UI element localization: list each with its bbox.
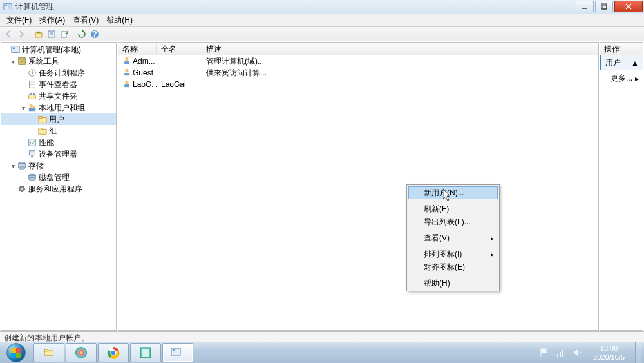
- svg-rect-60: [562, 350, 564, 357]
- up-level-button[interactable]: [33, 28, 44, 40]
- menu-action[interactable]: 操作(A): [35, 14, 69, 27]
- list-row[interactable]: Guest供来宾访问计算...: [118, 67, 598, 79]
- actions-group-user[interactable]: 用户 ▲: [600, 55, 643, 70]
- menu-view[interactable]: 查看(V): [69, 14, 102, 27]
- tree-node[interactable]: 任务计划程序: [1, 67, 116, 79]
- ctx-item[interactable]: 帮助(H): [408, 277, 498, 289]
- tray-flag-icon[interactable]: [539, 348, 549, 358]
- svg-rect-29: [39, 117, 42, 119]
- taskbar-clock[interactable]: 13:08 2020/10/5: [589, 344, 629, 362]
- tree-node[interactable]: ▾本地用户和组: [1, 102, 116, 113]
- taskbar-active-app[interactable]: [162, 343, 193, 362]
- start-button[interactable]: [0, 342, 32, 363]
- close-button[interactable]: [614, 1, 643, 12]
- taskbar: 13:08 2020/10/5: [0, 342, 644, 363]
- svg-point-37: [19, 167, 26, 170]
- disk-icon: [27, 172, 37, 182]
- tray-network-icon[interactable]: [556, 348, 566, 358]
- tree-label: 性能: [39, 137, 54, 148]
- ctx-item[interactable]: 对齐图标(E): [408, 260, 498, 273]
- svg-rect-59: [560, 352, 561, 357]
- tree-node[interactable]: ▾存储: [1, 160, 116, 172]
- ctx-item[interactable]: 排列图标(I)▸: [408, 248, 498, 260]
- ctx-item[interactable]: 查看(V)▸: [408, 231, 498, 244]
- svg-rect-12: [61, 32, 66, 37]
- tree-node[interactable]: 用户: [1, 113, 116, 125]
- svg-point-24: [33, 93, 35, 95]
- svg-rect-8: [35, 33, 42, 37]
- event-icon: [27, 79, 37, 90]
- ctx-item[interactable]: 刷新(F): [408, 202, 498, 215]
- maximize-button[interactable]: [595, 1, 613, 12]
- toolbar-separator: [73, 30, 73, 39]
- tree-node[interactable]: 共享文件夹: [1, 90, 116, 102]
- svg-point-53: [111, 350, 116, 355]
- system-tray: 13:08 2020/10/5: [536, 342, 644, 363]
- svg-rect-56: [171, 348, 180, 355]
- refresh-button[interactable]: [76, 28, 88, 40]
- properties-button[interactable]: [46, 28, 57, 40]
- export-button[interactable]: [59, 28, 70, 40]
- ctx-label: 刷新(F): [424, 204, 449, 215]
- tree-node[interactable]: 计算机管理(本地): [1, 44, 116, 55]
- svg-rect-48: [124, 84, 130, 86]
- svg-point-45: [125, 68, 128, 72]
- tree-label: 任务计划程序: [39, 68, 85, 79]
- chevron-right-icon: ▸: [635, 74, 639, 83]
- ctx-item[interactable]: 新用户(N)...: [408, 186, 498, 199]
- actions-header: 操作: [600, 43, 643, 55]
- tree-node[interactable]: 组: [1, 125, 116, 137]
- actions-more[interactable]: 更多... ▸: [600, 70, 643, 86]
- device-icon: [27, 149, 37, 159]
- col-fullname[interactable]: 全名: [157, 43, 202, 55]
- ctx-separator: [411, 246, 495, 246]
- list-row[interactable]: Adm...管理计算机(域)...: [118, 55, 598, 67]
- help-button[interactable]: ?: [89, 28, 100, 40]
- tree-node[interactable]: 事件查看器: [1, 79, 116, 90]
- tree-node[interactable]: 设备管理器: [1, 148, 116, 160]
- list-row[interactable]: LaoG...LaoGai: [118, 79, 598, 90]
- menu-help[interactable]: 帮助(H): [102, 14, 137, 27]
- show-desktop-button[interactable]: [635, 342, 641, 363]
- tray-volume-icon[interactable]: [573, 348, 583, 358]
- svg-point-23: [30, 93, 32, 95]
- cell-name: Adm...: [133, 57, 155, 66]
- svg-rect-44: [124, 61, 130, 63]
- svg-point-40: [29, 177, 36, 180]
- ctx-label: 排列图标(I): [424, 249, 462, 260]
- users-icon: [27, 103, 37, 113]
- svg-rect-1: [5, 5, 8, 6]
- taskbar-chrome[interactable]: [98, 343, 129, 362]
- minimize-button[interactable]: [576, 1, 594, 12]
- taskbar-browser1[interactable]: [66, 343, 97, 362]
- window-title: 计算机管理: [15, 1, 576, 12]
- ctx-separator: [411, 230, 495, 230]
- cell-desc: 供来宾访问计算...: [202, 68, 598, 79]
- svg-rect-15: [12, 46, 19, 53]
- nav-back-button[interactable]: [3, 28, 14, 40]
- taskbar-explorer[interactable]: [33, 343, 64, 362]
- tree-node[interactable]: ▾系统工具: [1, 55, 116, 67]
- list-pane[interactable]: 名称 全名 描述 Adm...管理计算机(域)...Guest供来宾访问计算..…: [118, 42, 599, 331]
- svg-rect-9: [48, 31, 55, 37]
- col-desc[interactable]: 描述: [202, 43, 598, 55]
- col-name[interactable]: 名称: [118, 43, 157, 55]
- folder-icon: [37, 126, 48, 136]
- svg-point-51: [75, 347, 87, 358]
- tree-label: 服务和应用程序: [28, 184, 82, 195]
- taskbar-notes[interactable]: [130, 343, 161, 362]
- cell-desc: 管理计算机(域)...: [202, 56, 598, 67]
- mgmt-icon: [10, 44, 21, 55]
- menu-file[interactable]: 文件(F): [3, 14, 35, 27]
- tree-node[interactable]: 服务和应用程序: [1, 183, 116, 195]
- tree-pane[interactable]: 计算机管理(本地)▾系统工具任务计划程序事件查看器共享文件夹▾本地用户和组用户组…: [1, 42, 117, 331]
- ctx-item[interactable]: 导出列表(L)...: [408, 215, 498, 228]
- user-icon: [122, 56, 131, 67]
- tree-node[interactable]: 磁盘管理: [1, 172, 116, 183]
- titlebar: 计算机管理: [0, 0, 644, 14]
- tree-twisty-icon: ▾: [9, 58, 17, 65]
- ctx-label: 对齐图标(E): [424, 262, 465, 273]
- tree-node[interactable]: 性能: [1, 137, 116, 148]
- nav-forward-button[interactable]: [15, 28, 27, 40]
- svg-rect-27: [29, 108, 36, 111]
